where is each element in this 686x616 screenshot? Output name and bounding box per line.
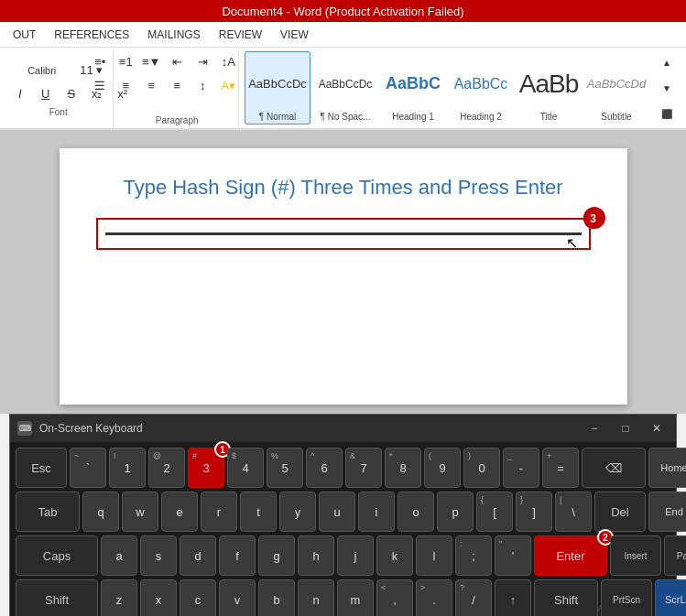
- key-k[interactable]: k: [376, 535, 413, 576]
- key-1[interactable]: !1: [109, 448, 146, 488]
- key-d[interactable]: d: [180, 535, 216, 576]
- key-q[interactable]: q: [82, 492, 119, 532]
- key-7[interactable]: &7: [345, 448, 382, 488]
- numbering-btn[interactable]: ≡1: [114, 51, 137, 73]
- key-c[interactable]: c: [180, 579, 216, 616]
- key-backslash[interactable]: |\: [555, 492, 592, 532]
- decrease-indent-btn[interactable]: ⇤: [165, 51, 189, 73]
- key-l[interactable]: l: [416, 535, 452, 576]
- key-g[interactable]: g: [258, 535, 295, 576]
- key-s[interactable]: s: [140, 535, 177, 576]
- key-e[interactable]: e: [161, 492, 198, 532]
- underline-btn[interactable]: U: [34, 83, 58, 105]
- style-h2[interactable]: AaBbCc Heading 2: [448, 51, 514, 124]
- key-lbracket[interactable]: {[: [476, 492, 513, 532]
- key-end[interactable]: End: [648, 492, 686, 532]
- osk-restore-btn[interactable]: □: [614, 419, 637, 438]
- styles-scroll-up[interactable]: ▲: [655, 51, 679, 73]
- osk-minimize-btn[interactable]: −: [583, 419, 606, 438]
- styles-more[interactable]: ⬛: [655, 103, 679, 124]
- key-tab[interactable]: Tab: [16, 492, 80, 532]
- key-o[interactable]: o: [397, 492, 434, 532]
- key-3[interactable]: # 3 1: [188, 448, 224, 488]
- key-prtscn[interactable]: PrtScn: [601, 579, 652, 616]
- key-a[interactable]: a: [101, 535, 137, 576]
- style-title[interactable]: AaBb Title: [516, 51, 582, 124]
- key-period[interactable]: >.: [416, 579, 452, 616]
- key-semicolon[interactable]: :;: [455, 535, 492, 576]
- key-insert[interactable]: Insert: [610, 535, 661, 576]
- tab-view[interactable]: VIEW: [271, 25, 318, 45]
- key-w[interactable]: w: [122, 492, 158, 532]
- key-4[interactable]: $4: [227, 448, 264, 488]
- increase-indent-btn[interactable]: ⇥: [191, 51, 214, 73]
- key-2[interactable]: @2: [148, 448, 185, 488]
- key-del[interactable]: Del: [594, 492, 646, 532]
- bold-btn[interactable]: B: [0, 83, 6, 105]
- key-j[interactable]: j: [337, 535, 374, 576]
- justify-btn[interactable]: ≡: [165, 75, 189, 97]
- key-f[interactable]: f: [219, 535, 256, 576]
- key-scrlk[interactable]: ScrLk: [655, 579, 686, 616]
- key-u[interactable]: u: [319, 492, 355, 532]
- style-h1[interactable]: AaBbC Heading 1: [380, 51, 446, 124]
- key-esc[interactable]: Esc: [16, 448, 67, 488]
- key-shift-left[interactable]: Shift: [16, 579, 98, 616]
- strikethrough-btn[interactable]: S: [60, 83, 83, 105]
- key-h[interactable]: h: [298, 535, 334, 576]
- align-right-btn[interactable]: ≡: [139, 75, 163, 97]
- key-8[interactable]: *8: [385, 448, 421, 488]
- tab-out[interactable]: OUT: [4, 25, 45, 45]
- style-normal[interactable]: AaBbCcDc ¶ Normal: [245, 51, 310, 124]
- key-caps[interactable]: Caps: [16, 535, 98, 576]
- key-9[interactable]: (9: [424, 448, 461, 488]
- key-b[interactable]: b: [258, 579, 295, 616]
- key-0[interactable]: )0: [463, 448, 500, 488]
- key-v[interactable]: v: [219, 579, 256, 616]
- style-nospace[interactable]: AaBbCcDc ¶ No Spac...: [312, 51, 378, 124]
- line-spacing-btn[interactable]: ↕: [191, 75, 214, 97]
- key-n[interactable]: n: [298, 579, 334, 616]
- styles-scroll-down[interactable]: ▼: [655, 77, 679, 99]
- key-6[interactable]: ^6: [306, 448, 343, 488]
- key-shift-right[interactable]: Shift: [534, 579, 598, 616]
- document-heading[interactable]: Type Hash Sign (#) Three Times and Press…: [96, 176, 591, 200]
- key-quote[interactable]: "': [495, 535, 531, 576]
- font-name-btn[interactable]: Calibri: [10, 59, 74, 81]
- document-input-line[interactable]: [96, 218, 591, 250]
- key-backspace[interactable]: ⌫: [582, 448, 646, 488]
- align-center-btn[interactable]: ≡: [114, 75, 137, 97]
- key-rbracket[interactable]: }]: [516, 492, 552, 532]
- key-i[interactable]: i: [358, 492, 395, 532]
- sort-btn[interactable]: ↕A: [216, 51, 240, 73]
- key-y[interactable]: y: [279, 492, 316, 532]
- key-home[interactable]: Home: [648, 448, 686, 488]
- key-comma[interactable]: <,: [376, 579, 413, 616]
- osk-close-btn[interactable]: ✕: [645, 419, 669, 438]
- align-left-btn[interactable]: ☰: [88, 75, 112, 97]
- style-nospace-preview: AaBbCcDc: [319, 78, 373, 91]
- tab-mailings[interactable]: MAILINGS: [138, 25, 209, 45]
- key-pause[interactable]: Pause: [664, 535, 686, 576]
- key-p[interactable]: p: [437, 492, 474, 532]
- key-z[interactable]: z: [101, 579, 137, 616]
- bullets-btn[interactable]: ≡•: [88, 51, 112, 73]
- style-h2-preview: AaBbCc: [454, 76, 508, 92]
- key-m[interactable]: m: [337, 579, 374, 616]
- key-r[interactable]: r: [201, 492, 237, 532]
- key-x[interactable]: x: [140, 579, 177, 616]
- key-tilde[interactable]: ~`: [70, 448, 106, 488]
- italic-btn[interactable]: I: [8, 83, 32, 105]
- tab-references[interactable]: REFERENCES: [45, 25, 138, 45]
- key-5[interactable]: %5: [267, 448, 303, 488]
- style-subtitle[interactable]: AaBbCcDd Subtitle: [583, 51, 649, 124]
- multilevel-btn[interactable]: ≡▼: [139, 51, 163, 73]
- key-slash[interactable]: ?/: [455, 579, 492, 616]
- highlight-btn[interactable]: A▾: [216, 75, 240, 97]
- tab-review[interactable]: REVIEW: [210, 25, 271, 45]
- key-t[interactable]: t: [240, 492, 277, 532]
- key-up[interactable]: ↑: [495, 579, 531, 616]
- key-minus[interactable]: _-: [503, 448, 539, 488]
- key-equals[interactable]: +=: [542, 448, 579, 488]
- key-enter[interactable]: Enter 2: [534, 535, 607, 576]
